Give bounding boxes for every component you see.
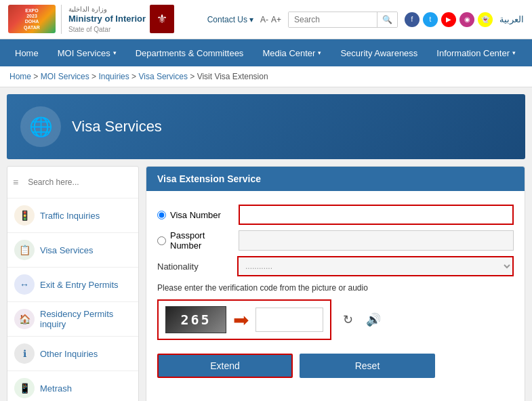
- twitter-icon[interactable]: t: [423, 12, 438, 27]
- visa-number-input[interactable]: [239, 205, 514, 225]
- font-increase-btn[interactable]: A+: [271, 15, 281, 24]
- font-decrease-btn[interactable]: A-: [260, 15, 268, 24]
- residency-icon: 🏠: [14, 309, 35, 329]
- passport-radio-group: Passport Number: [157, 230, 239, 251]
- contact-us-link[interactable]: Contact Us ▾: [207, 15, 253, 24]
- passport-number-row: Passport Number: [157, 230, 514, 251]
- captcha-audio-button[interactable]: 🔊: [364, 310, 383, 329]
- visa-number-label[interactable]: Visa Number: [170, 210, 221, 220]
- page-banner: 🌐 Visa Services: [7, 94, 525, 159]
- breadcrumb-inquiries[interactable]: Inquiries: [98, 72, 129, 81]
- snapchat-icon[interactable]: 👻: [478, 12, 493, 27]
- banner-title: Visa Services: [72, 118, 162, 135]
- form-body: Visa Number Passport Number Nationality …: [146, 191, 525, 392]
- moi-text: وزارة الداخلية Ministry of Interior Stat…: [68, 5, 146, 34]
- sidebar-search-icon: ≡: [13, 177, 18, 188]
- sidebar-search-input[interactable]: [22, 172, 135, 192]
- nationality-select[interactable]: ............: [237, 256, 514, 276]
- breadcrumb: Home > MOI Services > Inquiries > Visa S…: [0, 66, 532, 87]
- sidebar-item-visa-label: Visa Services: [40, 245, 94, 255]
- nationality-row: Nationality ............: [157, 256, 514, 276]
- youtube-icon[interactable]: ▶: [441, 12, 456, 27]
- breadcrumb-sep4: >: [190, 72, 197, 81]
- sidebar-item-metrash[interactable]: 📱 Metrash: [7, 371, 138, 401]
- captcha-image: 265: [165, 306, 226, 333]
- top-bar-right: Contact Us ▾ A- A+ 🔍 f t ▶ ◉ 👻 العربية: [207, 12, 524, 28]
- breadcrumb-home[interactable]: Home: [9, 72, 31, 81]
- metrash-icon: 📱: [14, 378, 35, 398]
- breadcrumb-sep3: >: [131, 72, 138, 81]
- search-button[interactable]: 🔍: [377, 12, 397, 27]
- sidebar-item-residency[interactable]: 🏠 Residency Permits inquiry: [7, 302, 138, 337]
- sidebar-item-visa[interactable]: 📋 Visa Services: [7, 233, 138, 268]
- nav-home[interactable]: Home: [5, 39, 48, 66]
- exit-icon: ↔: [14, 274, 35, 295]
- sidebar-item-residency-label: Residency Permits inquiry: [40, 309, 131, 329]
- facebook-icon[interactable]: f: [405, 12, 420, 27]
- main-content: ≡ 🚦 Traffic Inquiries 📋 Visa Services ↔ …: [7, 166, 525, 401]
- form-title: Visa Extension Service: [157, 173, 261, 184]
- nav-security-awareness[interactable]: Security Awareness: [331, 39, 427, 66]
- visa-icon: 📋: [14, 240, 35, 260]
- sidebar: ≡ 🚦 Traffic Inquiries 📋 Visa Services ↔ …: [7, 166, 139, 401]
- sidebar-item-traffic[interactable]: 🚦 Traffic Inquiries: [7, 198, 138, 233]
- nav-moi-services[interactable]: MOI Services ▾: [48, 39, 126, 66]
- nav-moi-arrow: ▾: [113, 49, 117, 56]
- passport-number-radio[interactable]: [157, 236, 166, 245]
- sidebar-item-exit-entry[interactable]: ↔ Exit & Entry Permits: [7, 268, 138, 302]
- search-input[interactable]: [289, 12, 377, 27]
- moi-name: Ministry of Interior: [68, 14, 146, 24]
- breadcrumb-sep2: >: [91, 72, 98, 81]
- sidebar-search-row: ≡: [7, 167, 138, 198]
- nationality-label: Nationality: [157, 261, 232, 272]
- form-header: Visa Extension Service: [146, 167, 525, 191]
- breadcrumb-sep1: >: [33, 72, 40, 81]
- arabic-link[interactable]: العربية: [499, 14, 524, 24]
- reset-button[interactable]: Reset: [300, 354, 435, 378]
- captcha-area: 265 ➡ ↻ 🔊: [157, 299, 514, 340]
- action-buttons: Extend Reset: [157, 354, 514, 378]
- top-bar: EXPO2023DOHAQATAR وزارة الداخلية Ministr…: [0, 0, 532, 39]
- captcha-refresh-button[interactable]: ↻: [338, 310, 357, 329]
- nav-media-arrow: ▾: [318, 49, 321, 56]
- visa-number-row: Visa Number: [157, 205, 514, 225]
- captcha-box: 265 ➡: [157, 299, 331, 340]
- nav-bar: Home MOI Services ▾ Departments & Commit…: [0, 39, 532, 66]
- logo-area: EXPO2023DOHAQATAR وزارة الداخلية Ministr…: [8, 5, 174, 34]
- captcha-input[interactable]: [255, 308, 323, 332]
- visa-radio-group: Visa Number: [157, 210, 239, 220]
- other-icon: ℹ: [14, 343, 35, 364]
- banner-icon: 🌐: [20, 106, 61, 147]
- moi-subtitle: State of Qatar: [68, 25, 146, 34]
- nav-departments[interactable]: Departments & Committees: [126, 39, 253, 66]
- form-area: Visa Extension Service Visa Number Passp…: [146, 166, 525, 401]
- moi-arabic: وزارة الداخلية: [68, 5, 146, 14]
- social-icons: f t ▶ ◉ 👻: [405, 12, 493, 27]
- breadcrumb-current: Visit Visa Extension: [197, 72, 268, 81]
- breadcrumb-moi-services[interactable]: MOI Services: [41, 72, 89, 81]
- captcha-instruction: Please enter the verification code from …: [157, 283, 514, 293]
- passport-number-input[interactable]: [239, 230, 514, 251]
- search-bar: 🔍: [288, 12, 398, 28]
- expo-logo: EXPO2023DOHAQATAR: [8, 5, 56, 33]
- traffic-icon: 🚦: [14, 205, 35, 226]
- crest-icon: ⚜: [150, 5, 174, 33]
- sidebar-item-metrash-label: Metrash: [40, 383, 72, 394]
- font-controls: A- A+: [260, 15, 281, 24]
- nav-information-center[interactable]: Information Center ▾: [427, 39, 525, 66]
- captcha-arrow-icon: ➡: [233, 309, 249, 331]
- extend-button[interactable]: Extend: [157, 354, 293, 378]
- sidebar-item-other[interactable]: ℹ Other Inquiries: [7, 337, 138, 371]
- sidebar-item-other-label: Other Inquiries: [40, 349, 98, 359]
- nav-about-ministry[interactable]: About Ministry ▾: [525, 39, 532, 66]
- visa-number-radio[interactable]: [157, 211, 166, 219]
- nav-info-arrow: ▾: [512, 49, 516, 56]
- contact-dropdown-arrow: ▾: [249, 15, 253, 24]
- instagram-icon[interactable]: ◉: [459, 12, 474, 27]
- nav-media-center[interactable]: Media Center ▾: [253, 39, 331, 66]
- breadcrumb-visa-services[interactable]: Visa Services: [138, 72, 187, 81]
- moi-logo: وزارة الداخلية Ministry of Interior Stat…: [61, 5, 174, 34]
- passport-number-label[interactable]: Passport Number: [170, 230, 239, 251]
- captcha-code: 265: [180, 312, 211, 328]
- sidebar-item-exit-label: Exit & Entry Permits: [40, 280, 119, 290]
